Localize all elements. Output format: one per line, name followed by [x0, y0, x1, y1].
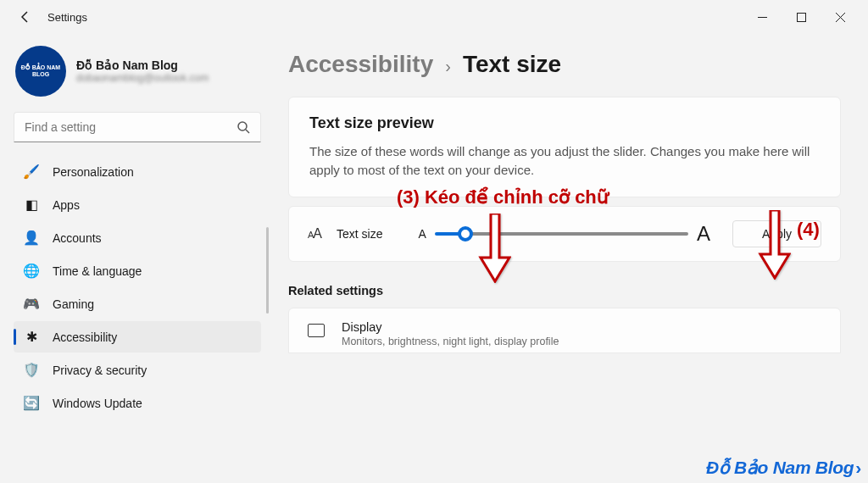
apps-icon: ◧ [24, 197, 39, 213]
time-language-icon: 🌐 [24, 264, 39, 279]
privacy-security-icon: 🛡️ [24, 363, 39, 378]
sidebar-scrollbar[interactable] [266, 227, 269, 314]
svg-point-1 [238, 122, 247, 130]
minimize-button[interactable] [743, 3, 782, 31]
search-box[interactable] [14, 112, 261, 142]
svg-rect-0 [797, 13, 805, 21]
preview-card: Text size preview The size of these word… [288, 97, 841, 197]
text-size-row: AA Text size A A Apply [288, 206, 841, 262]
text-size-slider[interactable]: A A [418, 222, 709, 246]
search-input[interactable] [25, 120, 236, 134]
related-display-card[interactable]: Display Monitors, brightness, night ligh… [288, 308, 841, 353]
search-icon [236, 120, 250, 134]
sidebar-item-label: Personalization [53, 165, 134, 179]
preview-body: The size of these words will change as y… [309, 142, 820, 180]
breadcrumb-current: Text size [463, 51, 561, 78]
personalization-icon: 🖌️ [24, 164, 39, 180]
maximize-button[interactable] [782, 3, 821, 31]
profile-block[interactable]: ĐỖ BẢO NAM BLOG Đỗ Bảo Nam Blog dobaonam… [14, 34, 261, 112]
sidebar-item-label: Privacy & security [53, 364, 147, 377]
sidebar-item-accessibility[interactable]: ✱Accessibility [14, 321, 261, 353]
sidebar-item-privacy-security[interactable]: 🛡️Privacy & security [14, 354, 261, 386]
sidebar-item-gaming[interactable]: 🎮Gaming [14, 288, 261, 319]
sidebar-item-accounts[interactable]: 👤Accounts [14, 222, 261, 253]
slider-track[interactable] [435, 232, 688, 236]
related-display-title: Display [342, 320, 559, 334]
slider-min-label: A [418, 227, 426, 241]
sidebar-item-label: Windows Update [53, 397, 142, 410]
text-size-icon: AA [308, 226, 321, 242]
chevron-right-icon: › [445, 57, 451, 76]
breadcrumb-parent[interactable]: Accessibility [288, 51, 433, 78]
sidebar-item-time-language[interactable]: 🌐Time & language [14, 255, 261, 286]
back-button[interactable] [8, 10, 42, 24]
slider-label: Text size [337, 227, 382, 241]
accounts-icon: 👤 [24, 230, 39, 246]
close-button[interactable] [821, 3, 860, 31]
slider-max-label: A [697, 222, 710, 246]
preview-heading: Text size preview [309, 114, 820, 132]
breadcrumb: Accessibility › Text size [288, 51, 841, 78]
sidebar-item-windows-update[interactable]: 🔄Windows Update [14, 387, 261, 419]
gaming-icon: 🎮 [24, 297, 39, 312]
windows-update-icon: 🔄 [24, 396, 39, 411]
sidebar-item-label: Accounts [53, 231, 102, 245]
profile-name: Đỗ Bảo Nam Blog [76, 58, 209, 72]
window-title: Settings [47, 11, 87, 24]
related-heading: Related settings [288, 284, 841, 297]
slider-thumb[interactable] [458, 226, 473, 242]
sidebar-item-apps[interactable]: ◧Apps [14, 189, 261, 220]
sidebar-item-label: Accessibility [53, 330, 117, 344]
profile-email: dobaonamblog@outlook.com [76, 72, 209, 84]
related-display-subtitle: Monitors, brightness, night light, displ… [342, 336, 559, 347]
watermark: Đỗ Bảo Nam Blog› [706, 458, 861, 478]
apply-button[interactable]: Apply [732, 220, 821, 247]
sidebar-item-label: Time & language [53, 264, 142, 278]
sidebar-item-personalization[interactable]: 🖌️Personalization [14, 156, 261, 187]
accessibility-icon: ✱ [24, 330, 39, 345]
sidebar-item-label: Gaming [53, 297, 94, 311]
sidebar-item-label: Apps [53, 198, 80, 212]
avatar: ĐỖ BẢO NAM BLOG [15, 46, 66, 97]
display-icon [308, 324, 325, 337]
